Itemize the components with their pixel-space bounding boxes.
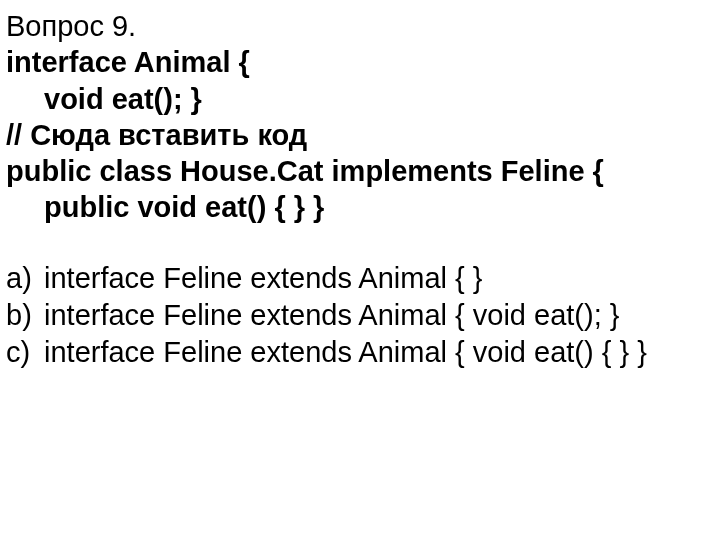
answer-option: b) interface Feline extends Animal { voi… (6, 297, 710, 334)
answer-option: a) interface Feline extends Animal { } (6, 260, 710, 297)
answer-text-c: interface Feline extends Animal { void e… (44, 334, 710, 371)
code-line-5: public void eat() { } } (6, 189, 710, 225)
answer-text-b: interface Feline extends Animal { void e… (44, 297, 710, 334)
code-line-4: public class House.Cat implements Feline… (6, 153, 710, 189)
answer-label-c: c) (6, 334, 44, 371)
answer-label-a: a) (6, 260, 44, 297)
answer-text-a: interface Feline extends Animal { } (44, 260, 710, 297)
question-title: Вопрос 9. (6, 8, 710, 44)
answer-option: c) interface Feline extends Animal { voi… (6, 334, 710, 371)
question-block: Вопрос 9. interface Animal { void eat();… (6, 8, 710, 226)
slide-content: Вопрос 9. interface Animal { void eat();… (0, 0, 720, 540)
code-line-3: // Сюда вставить код (6, 117, 710, 153)
code-line-2: void eat(); } (6, 81, 710, 117)
code-line-1: interface Animal { (6, 44, 710, 80)
answers-list: a) interface Feline extends Animal { } b… (6, 260, 710, 371)
answer-label-b: b) (6, 297, 44, 334)
